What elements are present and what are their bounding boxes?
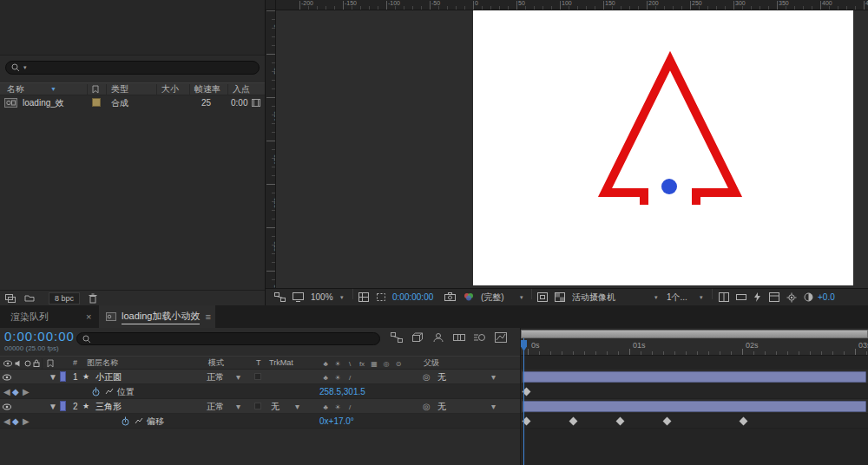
layer-switches[interactable]: ♣☀/ — [319, 370, 356, 385]
layer-duration-bar[interactable] — [523, 371, 866, 383]
composition-canvas[interactable] — [473, 10, 853, 285]
switch-glyph-icon[interactable]: / — [344, 370, 356, 385]
keyframe-diamond[interactable] — [616, 417, 625, 426]
eye-icon[interactable] — [3, 403, 11, 410]
chevron-down-icon[interactable]: ▾ — [295, 399, 299, 414]
parent-pickwhip-icon[interactable]: ◎ — [423, 399, 431, 414]
keyframe-diamond[interactable] — [740, 417, 748, 426]
timeline-search-input[interactable] — [76, 332, 380, 345]
chevron-down-icon[interactable]: ▾ — [491, 370, 496, 384]
switch-glyph-icon[interactable]: ♣ — [319, 400, 332, 415]
region-of-interest-icon[interactable] — [376, 292, 386, 302]
expand-arrow-icon[interactable]: ▼ — [49, 370, 57, 384]
column-index[interactable]: # — [73, 357, 77, 370]
switch-glyph-icon[interactable]: ♣ — [319, 357, 332, 370]
switch-glyph-icon[interactable]: ☀ — [332, 370, 344, 385]
label-column-icon[interactable] — [92, 85, 99, 94]
view-layout-select[interactable]: 1个... — [667, 289, 687, 305]
timeline-current-time[interactable]: 0:00:00:00 — [4, 329, 75, 344]
column-t[interactable]: T — [256, 357, 261, 370]
bit-depth-button[interactable]: 8 bpc — [49, 292, 80, 305]
stopwatch-icon[interactable] — [122, 416, 129, 426]
next-keyframe-icon[interactable]: ▶ — [23, 384, 30, 399]
expand-arrow-icon[interactable]: ▼ — [49, 399, 57, 414]
chevron-down-icon[interactable]: ▾ — [520, 289, 523, 305]
viewer-ruler-left[interactable]: 050100150200250300 — [266, 10, 276, 288]
property-track[interactable] — [521, 384, 868, 399]
eye-icon[interactable] — [3, 374, 11, 381]
layer-switches[interactable]: ♣☀/ — [319, 399, 356, 415]
switch-glyph-icon[interactable]: \ — [344, 357, 356, 370]
label-color-chip[interactable] — [92, 98, 101, 107]
chevron-down-icon[interactable]: ▾ — [700, 289, 703, 305]
column-trkmat[interactable]: TrkMat — [269, 357, 293, 370]
parent-pickwhip-icon[interactable]: ◎ — [423, 370, 431, 384]
switch-glyph-icon[interactable]: ♣ — [319, 370, 332, 385]
label-color-chip[interactable] — [60, 401, 66, 411]
column-parent[interactable]: 父级 — [424, 357, 439, 370]
monitor-icon[interactable] — [293, 292, 304, 302]
layer-row[interactable]: ▼ 1 ★ 小正圆 正常 ▾ ♣☀/ ◎ 无 ▾ — [0, 370, 520, 384]
fast-previews-icon[interactable] — [753, 292, 762, 302]
column-divider[interactable] — [156, 84, 157, 95]
t-checkbox[interactable] — [254, 403, 261, 409]
switch-glyph-icon[interactable]: fx — [356, 357, 368, 370]
frame-blending-icon[interactable] — [453, 332, 465, 343]
flowchart-icon[interactable] — [274, 292, 286, 302]
viewer-current-time[interactable]: 0:00:00:00 — [392, 289, 433, 305]
column-size[interactable]: 大小 — [161, 83, 179, 95]
property-name[interactable]: 位置 — [117, 384, 135, 399]
viewer-ruler-top[interactable]: -200-150-100-500501001502002503003504004… — [276, 0, 868, 10]
new-folder-icon[interactable] — [24, 294, 35, 302]
chevron-down-icon[interactable]: ▾ — [236, 370, 240, 384]
camera-select[interactable]: 活动摄像机 — [572, 289, 615, 305]
add-keyframe-icon[interactable]: ◆ — [12, 384, 19, 399]
layer-row[interactable]: ▼ 2 ★ 三角形 正常 ▾ 无 ▾ ♣☀/ ◎ 无 ▾ — [0, 399, 520, 414]
property-value[interactable]: 0x+17.0° — [319, 414, 354, 429]
switch-glyph-icon[interactable]: ☀ — [332, 400, 344, 415]
gear-icon[interactable] — [786, 292, 797, 303]
grid-guides-icon[interactable] — [358, 292, 369, 302]
column-divider[interactable] — [87, 84, 88, 95]
view-options-icon[interactable] — [719, 292, 729, 302]
chevron-down-icon[interactable]: ▾ — [654, 289, 658, 305]
layer-track[interactable] — [521, 399, 868, 414]
keyframe-diamond[interactable] — [663, 417, 672, 426]
switch-glyph-icon[interactable]: ◎ — [380, 357, 392, 370]
trash-icon[interactable] — [89, 293, 97, 304]
switch-glyph-icon[interactable]: ☀ — [332, 357, 344, 370]
draft-3d-icon[interactable] — [411, 332, 424, 343]
interpret-footage-icon[interactable] — [5, 294, 16, 303]
chevron-down-icon[interactable]: ▾ — [491, 399, 496, 414]
t-checkbox[interactable] — [254, 373, 261, 380]
tab-composition[interactable]: loading加载小动效 ≡ — [99, 305, 215, 328]
mini-flowchart-icon[interactable] — [391, 332, 403, 343]
next-keyframe-icon[interactable]: ▶ — [23, 414, 30, 429]
layer-duration-bar[interactable] — [523, 401, 866, 412]
blend-mode-select[interactable]: 正常 — [207, 370, 224, 384]
layer-name[interactable]: 小正圆 — [95, 370, 122, 384]
column-mode[interactable]: 模式 — [208, 357, 224, 370]
pixel-aspect-icon[interactable] — [736, 292, 746, 302]
search-options-arrow-icon[interactable]: ▾ — [23, 64, 27, 71]
item-name[interactable]: loading_效 — [23, 95, 64, 110]
close-tab-icon[interactable]: × — [86, 305, 91, 328]
hide-shy-icon[interactable] — [432, 332, 444, 343]
column-type[interactable]: 类型 — [111, 83, 128, 95]
column-name[interactable]: 名称 — [7, 83, 24, 95]
property-value[interactable]: 258.5,301.5 — [319, 384, 365, 399]
resolution-select[interactable]: (完整) — [481, 289, 504, 305]
exposure-icon[interactable] — [804, 292, 813, 302]
stopwatch-icon[interactable] — [92, 387, 100, 396]
property-name[interactable]: 偏移 — [147, 414, 164, 429]
project-item-row[interactable]: loading_效 合成 25 0:00 — [0, 95, 266, 110]
target-region-icon[interactable] — [537, 292, 548, 302]
chevron-down-icon[interactable]: ▾ — [236, 399, 240, 414]
snapshot-camera-icon[interactable] — [444, 292, 456, 301]
column-divider[interactable] — [106, 84, 107, 95]
motion-blur-icon[interactable] — [474, 332, 486, 343]
switch-glyph-icon[interactable]: ⊙ — [392, 357, 404, 370]
layer-track[interactable] — [521, 370, 868, 384]
show-channel-icon[interactable] — [464, 292, 474, 301]
layout-icon[interactable] — [769, 292, 779, 302]
